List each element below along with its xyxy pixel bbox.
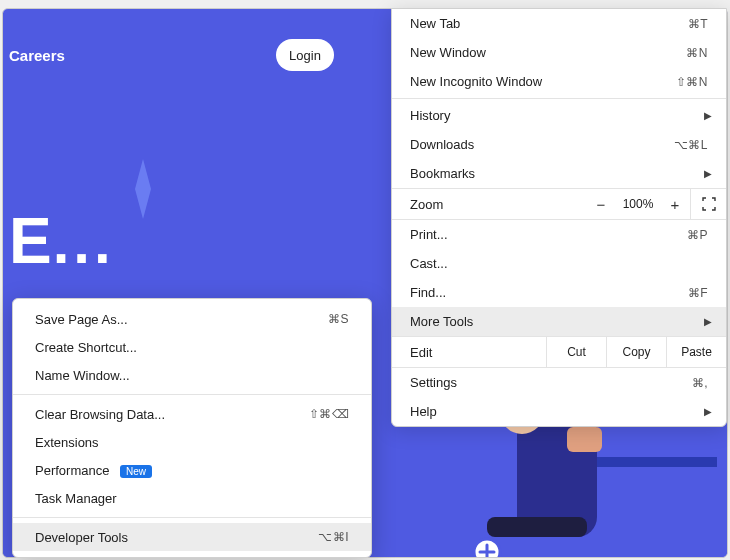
menu-label: New Tab [410, 16, 688, 31]
svg-rect-5 [567, 427, 602, 452]
sparkle-icon [123, 159, 163, 219]
menu-label: Name Window... [35, 368, 349, 383]
menu-item-history[interactable]: History ▶ [392, 101, 726, 130]
menu-item-cast[interactable]: Cast... [392, 249, 726, 278]
submenu-item-create-shortcut[interactable]: Create Shortcut... [13, 333, 371, 361]
zoom-percentage: 100% [616, 197, 660, 211]
menu-label: History [410, 108, 708, 123]
menu-label: Performance New [35, 463, 349, 478]
chevron-right-icon: ▶ [704, 168, 712, 179]
chevron-right-icon: ▶ [704, 110, 712, 121]
menu-shortcut: ⇧⌘⌫ [309, 407, 350, 421]
menu-shortcut: ⌘N [686, 46, 708, 60]
edit-paste-button[interactable]: Paste [666, 336, 726, 368]
zoom-out-button[interactable]: − [586, 196, 616, 213]
menu-item-find[interactable]: Find... ⌘F [392, 278, 726, 307]
menu-label: Cast... [410, 256, 708, 271]
fullscreen-button[interactable] [690, 188, 726, 220]
menu-item-new-tab[interactable]: New Tab ⌘T [392, 9, 726, 38]
menu-item-bookmarks[interactable]: Bookmarks ▶ [392, 159, 726, 188]
edit-copy-button[interactable]: Copy [606, 336, 666, 368]
submenu-item-save-page[interactable]: Save Page As... ⌘S [13, 305, 371, 333]
menu-shortcut: ⌘F [688, 286, 708, 300]
menu-separator [13, 394, 371, 395]
submenu-item-extensions[interactable]: Extensions [13, 428, 371, 456]
menu-shortcut: ⌥⌘I [318, 530, 349, 544]
submenu-item-clear-browsing-data[interactable]: Clear Browsing Data... ⇧⌘⌫ [13, 400, 371, 428]
menu-label: Extensions [35, 435, 349, 450]
menu-shortcut: ⌘, [692, 376, 708, 390]
menu-label: Clear Browsing Data... [35, 407, 309, 422]
nav-link-careers[interactable]: Careers [9, 47, 65, 64]
menu-label: Settings [410, 375, 692, 390]
more-tools-submenu: Save Page As... ⌘S Create Shortcut... Na… [12, 298, 372, 558]
menu-item-print[interactable]: Print... ⌘P [392, 220, 726, 249]
menu-label: Save Page As... [35, 312, 328, 327]
menu-label: Downloads [410, 137, 674, 152]
hero-dots: ... [53, 209, 115, 276]
hero-letter: E [9, 205, 53, 277]
menu-label: Print... [410, 227, 687, 242]
menu-shortcut: ⌥⌘L [674, 138, 708, 152]
menu-item-new-incognito[interactable]: New Incognito Window ⇧⌘N [392, 67, 726, 96]
menu-shortcut: ⌘P [687, 228, 708, 242]
menu-label: New Incognito Window [410, 74, 676, 89]
svg-rect-1 [587, 457, 717, 467]
browser-main-menu: New Tab ⌘T New Window ⌘N New Incognito W… [391, 8, 727, 427]
menu-label: Find... [410, 285, 688, 300]
edit-label: Edit [392, 345, 546, 360]
edit-cut-button[interactable]: Cut [546, 336, 606, 368]
menu-label: New Window [410, 45, 686, 60]
menu-item-settings[interactable]: Settings ⌘, [392, 368, 726, 397]
menu-separator [392, 98, 726, 99]
menu-shortcut: ⌘T [688, 17, 708, 31]
menu-label: Bookmarks [410, 166, 708, 181]
menu-item-edit: Edit Cut Copy Paste [392, 336, 726, 368]
menu-shortcut: ⌘S [328, 312, 349, 326]
fullscreen-icon [702, 197, 716, 211]
menu-shortcut: ⇧⌘N [676, 75, 708, 89]
menu-label: Developer Tools [35, 530, 318, 545]
submenu-item-task-manager[interactable]: Task Manager [13, 484, 371, 512]
menu-label: Task Manager [35, 491, 349, 506]
menu-item-new-window[interactable]: New Window ⌘N [392, 38, 726, 67]
submenu-item-name-window[interactable]: Name Window... [13, 361, 371, 389]
menu-item-zoom: Zoom − 100% + [392, 188, 726, 220]
menu-label: More Tools [410, 314, 708, 329]
zoom-in-button[interactable]: + [660, 196, 690, 213]
menu-item-more-tools[interactable]: More Tools ▶ [392, 307, 726, 336]
login-button[interactable]: Login [276, 39, 334, 71]
menu-item-downloads[interactable]: Downloads ⌥⌘L [392, 130, 726, 159]
chevron-right-icon: ▶ [704, 406, 712, 417]
submenu-item-developer-tools[interactable]: Developer Tools ⌥⌘I [13, 523, 371, 551]
performance-text: Performance [35, 463, 109, 478]
chevron-right-icon: ▶ [704, 316, 712, 327]
menu-label: Create Shortcut... [35, 340, 349, 355]
menu-label: Help [410, 404, 708, 419]
svg-rect-6 [487, 517, 587, 537]
new-badge: New [120, 465, 152, 478]
menu-separator [13, 517, 371, 518]
hero-text-fragment: E... [9, 204, 115, 278]
zoom-label: Zoom [392, 197, 586, 212]
submenu-item-performance[interactable]: Performance New [13, 456, 371, 484]
menu-item-help[interactable]: Help ▶ [392, 397, 726, 426]
